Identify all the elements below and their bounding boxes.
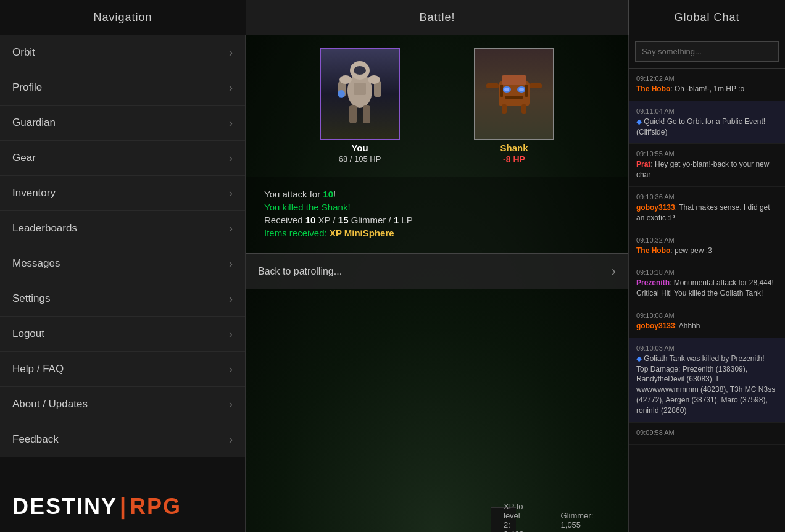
nav-item-label: Orbit — [12, 46, 35, 59]
nav-item-label: Messages — [12, 257, 60, 270]
player-card: You 68 / 105 HP — [320, 48, 400, 164]
nav-item-help-faq[interactable]: Help / FAQ› — [0, 352, 245, 387]
patrol-text: Back to patrolling... — [258, 266, 342, 277]
chat-time: 09:10:03 AM — [636, 344, 778, 352]
nav-item-inventory[interactable]: Inventory› — [0, 176, 245, 211]
chat-message-5: 09:10:18 AM Prezenith: Monumental attack… — [629, 262, 785, 305]
chat-input[interactable] — [635, 41, 779, 62]
player-portrait — [320, 48, 400, 140]
svg-point-15 — [504, 88, 509, 91]
chat-content: goboy3133: Ahhhh — [636, 321, 778, 331]
battle-log-received: Received 10 XP / 15 Glimmer / 1 LP — [264, 215, 610, 225]
chat-message-text: : Oh -blam!-, 1m HP :o — [670, 85, 744, 93]
battle-log-kill: You killed the Shank! — [264, 202, 610, 212]
chat-time: 09:09:58 AM — [636, 429, 778, 436]
nav-item-about-updates[interactable]: About / Updates› — [0, 387, 245, 422]
chat-time: 09:10:08 AM — [636, 312, 778, 319]
chat-message-1: 09:11:04 AM ◆ Quick! Go to Orbit for a P… — [629, 101, 785, 144]
enemy-card: Shank -8 HP — [474, 48, 554, 164]
patrol-arrow-icon: › — [612, 264, 616, 280]
player-name: You — [351, 143, 368, 153]
nav-header-label: Navigation — [93, 11, 152, 24]
nav-item-settings[interactable]: Settings› — [0, 281, 245, 317]
nav-item-orbit[interactable]: Orbit› — [0, 35, 245, 70]
chevron-icon: › — [229, 363, 233, 376]
chat-content: ◆ Quick! Go to Orbit for a Public Event!… — [636, 117, 778, 138]
shank-figure-svg — [483, 66, 545, 122]
chat-time: 09:10:55 AM — [636, 150, 778, 157]
chat-message-text: : pew pew :3 — [670, 246, 712, 255]
chevron-icon: › — [229, 293, 233, 305]
enemy-hp: -8 HP — [503, 154, 525, 164]
svg-point-7 — [338, 90, 345, 98]
chat-message-text: : Ahhhh — [675, 322, 700, 330]
chevron-icon: › — [229, 222, 233, 235]
nav-item-profile[interactable]: Profile› — [0, 70, 245, 106]
chat-header: Global Chat — [628, 0, 785, 35]
chat-content: goboy3133: That makes sense. I did get a… — [636, 202, 778, 223]
nav-item-label: Help / FAQ — [12, 363, 64, 375]
chevron-icon: › — [229, 81, 233, 94]
chat-content: ◆ Goliath Tank was killed by Prezenith! … — [636, 354, 778, 416]
system-icon: ◆ — [636, 354, 644, 363]
chat-messages: 09:12:02 AM The Hobo: Oh -blam!-, 1m HP … — [629, 69, 785, 532]
chat-message-2: 09:10:55 AM Prat: Hey get yo-blam!-back … — [629, 144, 785, 187]
nav-item-leaderboards[interactable]: Leaderboards› — [0, 211, 245, 246]
nav-item-label: Logout — [12, 328, 44, 340]
nav-item-feedback[interactable]: Feedback› — [0, 422, 245, 457]
status-bar: XP to level 2: 2,462 Glimmer: 1,055 LP: … — [491, 507, 516, 532]
nav-item-logout[interactable]: Logout› — [0, 317, 245, 352]
logo-area: DESTINY|RPG — [0, 457, 245, 532]
battle-header: Battle! — [246, 0, 628, 35]
logo-destiny: DESTINY — [12, 494, 117, 519]
logo-rpg: RPG — [130, 494, 181, 519]
chat-username: Prat — [636, 160, 650, 168]
patrol-bar[interactable]: Back to patrolling... › — [246, 253, 628, 289]
chevron-icon: › — [229, 257, 233, 270]
chat-time: 09:10:18 AM — [636, 268, 778, 276]
chevron-icon: › — [229, 398, 233, 411]
svg-rect-19 — [502, 104, 507, 114]
battle-scene — [246, 289, 628, 532]
chat-username: goboy3133 — [636, 322, 675, 330]
chat-content: Prezenith: Monumental attack for 28,444!… — [636, 278, 778, 299]
svg-rect-18 — [530, 83, 542, 88]
svg-point-16 — [519, 88, 524, 91]
chat-message-4: 09:10:32 AM The Hobo: pew pew :3 — [629, 230, 785, 263]
chat-input-area — [629, 35, 785, 69]
nav-item-label: Leaderboards — [12, 222, 77, 235]
enemy-name: Shank — [500, 143, 528, 153]
nav-header: Navigation — [0, 0, 246, 35]
svg-point-9 — [339, 75, 352, 84]
nav-item-label: About / Updates — [12, 398, 88, 410]
svg-point-10 — [368, 75, 380, 84]
chat-message-8: 09:09:58 AM — [629, 423, 785, 445]
nav-item-guardian[interactable]: Guardian› — [0, 106, 245, 141]
chat-time: 09:11:04 AM — [636, 107, 778, 115]
left-nav: Orbit›Profile›Guardian›Gear›Inventory›Le… — [0, 35, 246, 532]
chevron-icon: › — [229, 152, 233, 165]
chat-time: 09:12:02 AM — [636, 75, 778, 82]
chat-time: 09:10:36 AM — [636, 193, 778, 201]
logo: DESTINY|RPG — [12, 494, 181, 520]
svg-rect-17 — [486, 83, 499, 88]
enemy-portrait — [474, 48, 554, 140]
svg-rect-11 — [499, 81, 530, 106]
chat-username: The Hobo — [636, 85, 670, 93]
chevron-icon: › — [229, 117, 233, 130]
player-portrait-inner — [321, 49, 399, 139]
enemy-portrait-inner — [475, 49, 553, 139]
chevron-icon: › — [229, 328, 233, 341]
chat-message-3: 09:10:36 AM goboy3133: That makes sense.… — [629, 187, 785, 230]
nav-item-messages[interactable]: Messages› — [0, 246, 245, 281]
chat-time: 09:10:32 AM — [636, 236, 778, 244]
chat-message-text: : Hey get yo-blam!-back to your new char — [636, 160, 769, 179]
main-content: Orbit›Profile›Guardian›Gear›Inventory›Le… — [0, 35, 785, 532]
chat-username: The Hobo — [636, 246, 670, 255]
nav-item-gear[interactable]: Gear› — [0, 141, 245, 176]
chevron-icon: › — [229, 46, 233, 59]
battle-header-label: Battle! — [419, 11, 455, 24]
chevron-icon: › — [229, 187, 233, 200]
svg-rect-8 — [354, 83, 366, 95]
top-header: Navigation Battle! Global Chat — [0, 0, 785, 35]
